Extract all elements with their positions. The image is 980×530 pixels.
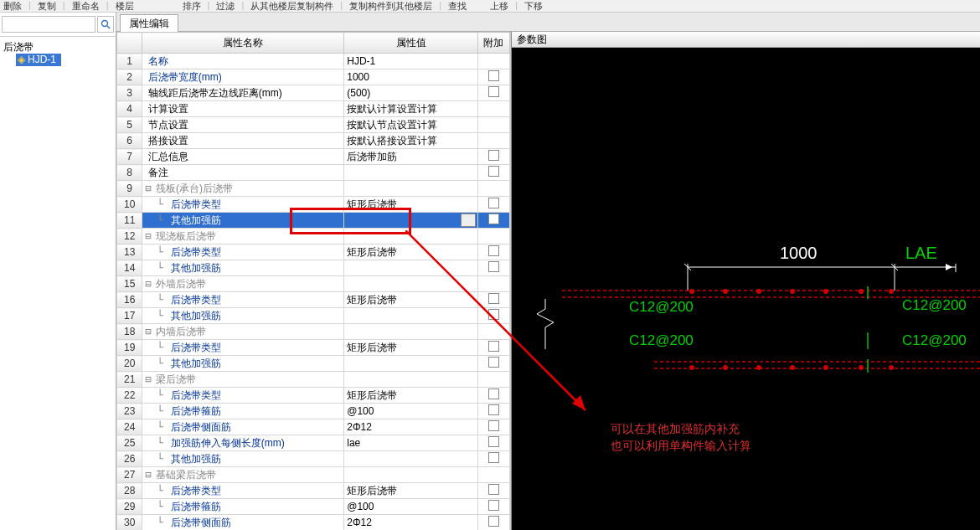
checkbox-icon[interactable] <box>488 150 499 161</box>
cell-value[interactable]: (500) <box>344 85 478 101</box>
grid-row[interactable]: 20└ 其他加强筋 <box>117 356 510 372</box>
cell-name[interactable]: └ 后浇带箍筋 <box>142 404 344 419</box>
more-button[interactable]: ⋯ <box>461 214 476 227</box>
cell-value[interactable]: @100 <box>344 499 478 515</box>
checkbox-icon[interactable] <box>488 309 499 320</box>
cell-name[interactable]: 汇总信息 <box>142 149 344 165</box>
grid-row[interactable]: 14└ 其他加强筋 <box>117 260 510 276</box>
grid-row[interactable]: 26└ 其他加强筋 <box>117 451 510 467</box>
toolbar-item[interactable]: 删除 <box>3 0 22 13</box>
cell-attach[interactable] <box>477 260 509 276</box>
checkbox-icon[interactable] <box>488 452 499 463</box>
cell-name[interactable]: ⊟ 内墙后浇带 <box>142 324 344 340</box>
grid-row[interactable]: 10└ 后浇带类型矩形后浇带 <box>117 197 510 213</box>
column-name[interactable]: 属性名称 <box>142 33 344 54</box>
cell-value[interactable]: @100 <box>344 404 478 419</box>
cell-value[interactable]: 2Φ12 <box>344 419 478 435</box>
checkbox-icon[interactable] <box>488 261 499 272</box>
checkbox-icon[interactable] <box>488 166 499 177</box>
cell-attach[interactable] <box>477 419 509 435</box>
cell-attach[interactable] <box>477 308 509 324</box>
cell-value[interactable] <box>344 165 478 181</box>
grid-row[interactable]: 3 轴线距后浇带左边线距离(mm)(500) <box>117 85 510 101</box>
cell-attach[interactable] <box>477 54 509 69</box>
search-button[interactable] <box>97 16 114 33</box>
cell-attach[interactable] <box>477 69 509 85</box>
cell-name[interactable]: └ 其他加强筋 <box>142 451 344 467</box>
grid-row[interactable]: 16└ 后浇带类型矩形后浇带 <box>117 292 510 308</box>
grid-row[interactable]: 9⊟ 筏板(承台)后浇带 <box>117 181 510 197</box>
cell-value[interactable]: 矩形后浇带 <box>344 197 478 213</box>
checkbox-icon[interactable] <box>488 357 499 368</box>
grid-row[interactable]: 6 搭接设置按默认搭接设置计算 <box>117 133 510 149</box>
toolbar-item[interactable]: 排序 <box>183 0 201 13</box>
checkbox-icon[interactable] <box>488 484 499 495</box>
tree-item-hjd1[interactable]: ◈ HJD-1 <box>16 54 61 66</box>
grid-row[interactable]: 21⊟ 梁后浇带 <box>117 372 510 388</box>
cell-name[interactable]: 名称 <box>142 54 344 69</box>
cell-attach[interactable] <box>477 213 509 229</box>
toolbar-item[interactable]: 过滤 <box>216 0 235 13</box>
grid-row[interactable]: 29└ 后浇带箍筋@100 <box>117 499 510 515</box>
checkbox-icon[interactable] <box>488 500 499 511</box>
cell-value[interactable]: 1000 <box>344 69 478 85</box>
checkbox-icon[interactable] <box>488 245 499 256</box>
grid-row[interactable]: 18⊟ 内墙后浇带 <box>117 324 510 340</box>
cell-value[interactable]: 矩形后浇带 <box>344 292 478 308</box>
cell-attach[interactable] <box>477 435 509 451</box>
cell-name[interactable]: └ 后浇带类型 <box>142 197 344 213</box>
cell-name[interactable]: └ 后浇带类型 <box>142 388 344 404</box>
cell-value[interactable]: 矩形后浇带 <box>344 483 478 499</box>
cell-name[interactable]: └ 加强筋伸入每侧长度(mm) <box>142 435 344 451</box>
toolbar-item[interactable]: 复制 <box>38 0 56 13</box>
toolbar-item[interactable]: 复制构件到其他楼层 <box>349 0 432 13</box>
cell-value[interactable]: 按默认搭接设置计算 <box>344 133 478 149</box>
cell-value[interactable]: 后浇带加筋 <box>344 149 478 165</box>
checkbox-icon[interactable] <box>488 70 499 81</box>
cell-name[interactable]: 后浇带宽度(mm) <box>142 69 344 85</box>
property-grid[interactable]: 属性名称 属性值 附加 1 名称HJD-12 后浇带宽度(mm)10003 轴线… <box>116 32 511 530</box>
cell-value[interactable]: lae <box>344 435 478 451</box>
grid-row[interactable]: 11└ 其他加强筋⋯ <box>117 213 510 229</box>
grid-row[interactable]: 30└ 后浇带侧面筋2Φ12 <box>117 515 510 531</box>
cell-value[interactable]: 矩形后浇带 <box>344 340 478 356</box>
cell-name[interactable]: 轴线距后浇带左边线距离(mm) <box>142 85 344 101</box>
grid-row[interactable]: 8 备注 <box>117 165 510 181</box>
checkbox-icon[interactable] <box>488 388 499 399</box>
cell-name[interactable]: └ 后浇带侧面筋 <box>142 419 344 435</box>
cell-attach[interactable] <box>477 340 509 356</box>
cell-attach[interactable] <box>477 451 509 467</box>
grid-row[interactable]: 5 节点设置按默认节点设置计算 <box>117 117 510 133</box>
cell-attach[interactable] <box>477 388 509 404</box>
column-attach[interactable]: 附加 <box>477 33 509 54</box>
checkbox-icon[interactable] <box>488 214 499 224</box>
grid-row[interactable]: 12⊟ 现浇板后浇带 <box>117 229 510 244</box>
cell-value[interactable]: HJD-1 <box>344 54 478 69</box>
search-input[interactable] <box>2 16 95 33</box>
cell-value[interactable]: 按默认计算设置计算 <box>344 101 478 117</box>
grid-row[interactable]: 22└ 后浇带类型矩形后浇带 <box>117 388 510 404</box>
cell-attach[interactable] <box>477 149 509 165</box>
toolbar-item[interactable]: 从其他楼层复制构件 <box>250 0 333 13</box>
grid-row[interactable]: 7 汇总信息后浇带加筋 <box>117 149 510 165</box>
checkbox-icon[interactable] <box>488 436 499 447</box>
cell-name[interactable]: ⊟ 外墙后浇带 <box>142 276 344 292</box>
checkbox-icon[interactable] <box>488 198 499 208</box>
tab-property-edit[interactable]: 属性编辑 <box>120 14 178 32</box>
cell-attach[interactable] <box>477 117 509 133</box>
cell-attach[interactable] <box>477 133 509 149</box>
cell-name[interactable]: ⊟ 筏板(承台)后浇带 <box>142 181 344 197</box>
grid-row[interactable]: 1 名称HJD-1 <box>117 54 510 69</box>
cell-value[interactable]: 矩形后浇带 <box>344 244 478 260</box>
cell-name[interactable]: 节点设置 <box>142 117 344 133</box>
grid-row[interactable]: 23└ 后浇带箍筋@100 <box>117 404 510 419</box>
grid-row[interactable]: 19└ 后浇带类型矩形后浇带 <box>117 340 510 356</box>
toolbar-item[interactable]: 查找 <box>448 0 467 13</box>
cell-name[interactable]: └ 其他加强筋 <box>142 260 344 276</box>
toolbar-item[interactable]: 上移 <box>490 0 508 13</box>
grid-row[interactable]: 28└ 后浇带类型矩形后浇带 <box>117 483 510 499</box>
checkbox-icon[interactable] <box>488 86 499 97</box>
cell-value[interactable]: 2Φ12 <box>344 515 478 531</box>
cell-name[interactable]: └ 后浇带侧面筋 <box>142 515 344 531</box>
cell-attach[interactable] <box>477 197 509 213</box>
